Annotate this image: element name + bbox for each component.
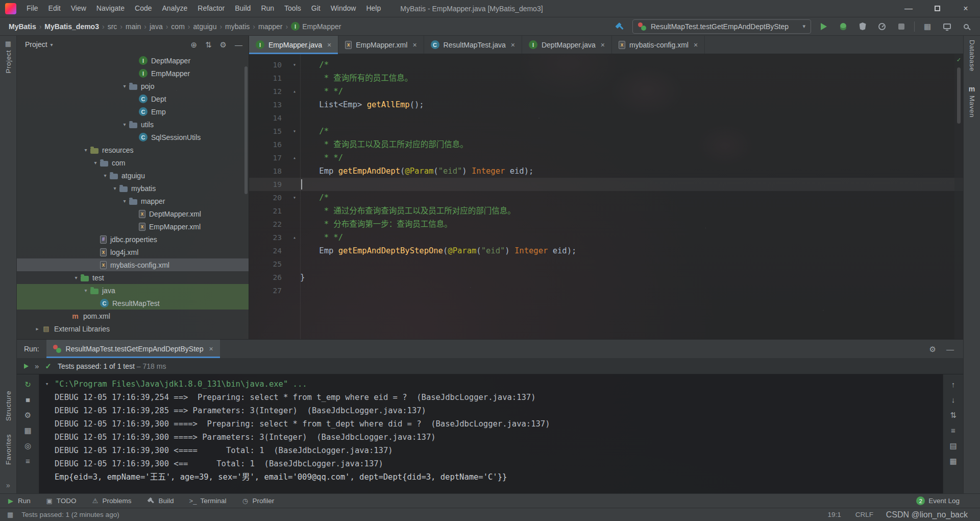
fold-marker-icon[interactable]: ▾ <box>289 125 300 138</box>
tree-item[interactable]: CResultMapTest <box>17 297 249 310</box>
locate-file-icon[interactable]: ⊕ <box>190 41 197 49</box>
print-icon[interactable]: ▤ <box>949 442 957 449</box>
expanded-arrow-icon[interactable]: ▾ <box>120 83 129 89</box>
collapse-all-icon[interactable]: ⇅ <box>205 41 212 49</box>
tree-item[interactable]: IDeptMapper <box>17 54 249 67</box>
hide-panel-icon[interactable]: — <box>235 41 242 49</box>
line-number[interactable]: 22 <box>249 218 289 231</box>
more-toolwindows-icon[interactable]: » <box>6 481 10 489</box>
console-output[interactable]: ▾"C:\Program Files\Java\jdk1.8.0_131\bin… <box>39 374 943 493</box>
expanded-arrow-icon[interactable]: ▾ <box>110 185 119 191</box>
minimize-button[interactable]: — <box>894 0 923 17</box>
expanded-arrow-icon[interactable]: ▾ <box>101 173 110 178</box>
coverage-button[interactable] <box>856 20 869 33</box>
breadcrumb-item[interactable]: IEmpMapper <box>289 21 342 32</box>
debug-button[interactable] <box>837 20 850 33</box>
line-number[interactable]: 10 <box>249 58 289 72</box>
editor-tab[interactable]: xEmpMapper.xml× <box>338 36 424 54</box>
breadcrumb-item[interactable]: mapper <box>257 21 284 32</box>
line-number[interactable]: 19 <box>249 178 289 191</box>
breadcrumb-item[interactable]: mybatis <box>224 21 251 32</box>
soft-wrap-icon[interactable]: ≡ <box>951 427 955 434</box>
expander-icon[interactable]: ▾ <box>39 377 55 391</box>
tree-item[interactable]: #jdbc.properties <box>17 233 249 246</box>
restore-layout-icon[interactable]: ▦ <box>24 427 31 434</box>
menu-help[interactable]: Help <box>361 0 386 17</box>
tree-item[interactable]: ▾mybatis <box>17 182 249 195</box>
tree-item[interactable]: CDept <box>17 92 249 105</box>
scroll-to-end-icon[interactable]: ⇅ <box>950 411 957 419</box>
tree-item[interactable]: CSqlSessionUtils <box>17 131 249 144</box>
line-number[interactable]: 24 <box>249 244 289 257</box>
stop-button[interactable] <box>895 20 908 33</box>
editor-tab[interactable]: IEmpMapper.java× <box>249 36 338 54</box>
tree-item[interactable]: ▾utils <box>17 118 249 131</box>
fold-marker-icon[interactable]: ▴ <box>289 151 300 164</box>
line-number[interactable]: 11 <box>249 72 289 85</box>
editor-tab[interactable]: IDeptMapper.java× <box>522 36 612 54</box>
settings-gear-icon[interactable]: ⚙ <box>929 345 936 353</box>
line-number[interactable]: 16 <box>249 138 289 151</box>
scrollbar[interactable] <box>244 66 248 194</box>
toolwindow-stripe-maven[interactable]: mMaven <box>968 85 976 117</box>
tree-item[interactable]: ▾atguigu <box>17 169 249 182</box>
fold-marker-icon[interactable]: ▾ <box>289 58 300 72</box>
menu-edit[interactable]: Edit <box>43 0 66 17</box>
profiler-button[interactable] <box>875 20 889 33</box>
toolwindow-stripe-structure[interactable]: Structure <box>5 391 12 421</box>
rerun-icon[interactable]: ↻ <box>24 381 31 388</box>
line-number[interactable]: 12 <box>249 85 289 98</box>
breadcrumb-item[interactable]: MyBatis_demo3 <box>43 21 101 32</box>
tree-item[interactable]: xEmpMapper.xml <box>17 220 249 233</box>
line-number[interactable]: 17 <box>249 151 289 164</box>
run-tab[interactable]: ResultMapTest.testGetEmpAndDeptByStep × <box>46 340 220 358</box>
pin-icon[interactable]: ◎ <box>24 442 31 449</box>
toolwindow-button-run[interactable]: ▶Run <box>7 497 31 505</box>
menu-view[interactable]: View <box>66 0 91 17</box>
breadcrumb-item[interactable]: com <box>169 21 186 32</box>
line-number[interactable]: 15 <box>249 125 289 138</box>
menu-window[interactable]: Window <box>326 0 361 17</box>
toolwindow-button-terminal[interactable]: >_Terminal <box>189 497 227 505</box>
expanded-arrow-icon[interactable]: ▾ <box>81 288 90 293</box>
menu-git[interactable]: Git <box>306 0 326 17</box>
scroll-up-icon[interactable]: ↑ <box>951 381 955 388</box>
tree-item[interactable]: xmybatis-config.xml <box>17 258 249 271</box>
run-icon[interactable] <box>24 362 29 370</box>
tree-item[interactable]: ▾mapper <box>17 195 249 207</box>
tree-item[interactable]: ▾test <box>17 271 249 284</box>
line-number[interactable]: 13 <box>249 98 289 111</box>
code-editor[interactable]: 10▾ /*11 * 查询所有的员工信息。12▴ * */13 List<Emp… <box>249 54 963 339</box>
toolwindow-button-build[interactable]: Build <box>147 497 174 505</box>
tree-item[interactable]: xlog4j.xml <box>17 246 249 258</box>
editor-scrollbar[interactable]: ✓ <box>954 54 963 339</box>
clear-console-icon[interactable]: ▦ <box>949 457 957 465</box>
scrollbar-thumb[interactable] <box>957 67 961 124</box>
close-button[interactable]: × <box>951 0 980 17</box>
line-number[interactable]: 21 <box>249 204 289 218</box>
close-icon[interactable]: × <box>601 41 605 49</box>
editor-tab[interactable]: CResultMapTest.java× <box>424 36 522 54</box>
menu-navigate[interactable]: Navigate <box>91 0 130 17</box>
toolwindow-stripe-favorites[interactable]: Favorites <box>5 434 12 465</box>
close-icon[interactable]: × <box>694 41 698 49</box>
test-settings-icon[interactable]: ⚙ <box>24 411 31 419</box>
expanded-arrow-icon[interactable]: ▾ <box>81 147 90 153</box>
maximize-button[interactable] <box>923 0 951 17</box>
close-icon[interactable]: × <box>511 41 515 49</box>
event-log-button[interactable]: 2 Event Log <box>916 496 973 505</box>
run-button[interactable] <box>817 20 830 33</box>
fold-marker-icon[interactable]: ▾ <box>289 191 300 204</box>
line-number[interactable]: 18 <box>249 164 289 178</box>
monitor-icon[interactable] <box>940 20 953 33</box>
fold-marker-icon[interactable]: ▴ <box>289 231 300 244</box>
line-number[interactable]: 23 <box>249 231 289 244</box>
caret-position[interactable]: 19:1 <box>827 511 841 518</box>
history-icon[interactable]: ≡ <box>26 457 30 465</box>
line-number[interactable]: 14 <box>249 111 289 125</box>
breadcrumb-item[interactable]: atguigu <box>191 21 218 32</box>
tree-item[interactable]: mpom.xml <box>17 310 249 322</box>
toolwindow-button-profiler[interactable]: ◷Profiler <box>241 497 274 505</box>
menu-analyze[interactable]: Analyze <box>157 0 193 17</box>
toolwindow-stripe-project[interactable]: ▦Project <box>5 40 12 74</box>
